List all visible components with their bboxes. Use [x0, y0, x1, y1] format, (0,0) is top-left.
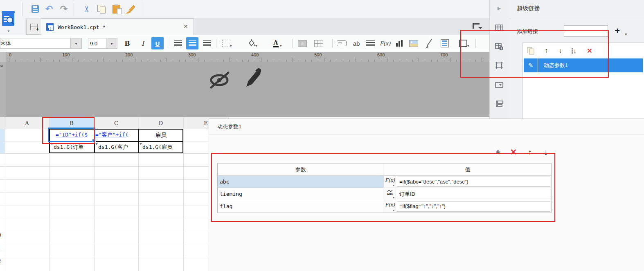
insert-chart-button[interactable]	[394, 37, 406, 49]
column-header-a[interactable]: A	[5, 117, 49, 129]
rich-text-button[interactable]	[364, 37, 376, 49]
insert-image-button[interactable]	[408, 37, 420, 49]
parameter-down-button[interactable]: ↓	[540, 147, 551, 157]
merge-cells-button[interactable]: a	[296, 37, 308, 49]
cell-c1[interactable]: ="客户"+if(	[95, 129, 137, 141]
app-menu-button[interactable]: ▾	[2, 11, 16, 33]
param-value-cell[interactable]: 订单ID	[396, 188, 551, 200]
move-down-button[interactable]: ↓	[555, 46, 565, 55]
row-number[interactable]: 0	[0, 233, 3, 238]
value-type-button[interactable]: F(x) ▾	[384, 200, 396, 213]
finereport-designer-window: ▾ ↶ ↷ ✂ +	[0, 0, 644, 271]
bold-button[interactable]: B	[121, 37, 133, 49]
save-button[interactable]	[29, 2, 42, 16]
ruler-label: 0	[0, 65, 4, 67]
insert-textfield-button[interactable]	[336, 37, 348, 49]
insert-shape-button[interactable]: ▾	[456, 37, 471, 49]
report-canvas[interactable]	[6, 62, 489, 117]
row-number[interactable]: 1	[0, 246, 3, 251]
cut-button[interactable]: ✂	[80, 2, 93, 16]
insert-subreport-button[interactable]	[439, 37, 451, 49]
align-right-button[interactable]	[200, 37, 213, 49]
sheet-corner[interactable]	[0, 117, 5, 129]
delete-parameter-button[interactable]: ✕	[508, 147, 519, 157]
collapse-panel-button[interactable]: ▶	[494, 3, 504, 13]
cell-selection-border	[48, 128, 95, 142]
param-name-cell[interactable]: lieming	[218, 188, 384, 200]
param-name-cell[interactable]: flag	[218, 200, 384, 213]
new-template-button[interactable]: +	[26, 19, 42, 35]
sidebar-item-float-element[interactable]	[494, 60, 504, 70]
tab-workbook1[interactable]: WorkBook1.cpt * ×	[41, 18, 194, 35]
redo-button[interactable]: ↷	[57, 2, 70, 16]
insert-line-button[interactable]	[422, 37, 435, 49]
parameter-table: 参数 值 abc F(x) ▾ =if($abc="desc","asc","d…	[217, 163, 552, 213]
fill-color-button[interactable]: ▾	[244, 37, 259, 49]
column-header-d[interactable]: D	[138, 117, 183, 129]
format-painter-button[interactable]	[124, 2, 137, 16]
param-value-cell[interactable]: =if($flag="↑","↓","↑")	[396, 200, 551, 213]
align-center-icon	[189, 40, 196, 46]
insert-formula-button[interactable]: F(x)	[379, 37, 391, 49]
value-type-button[interactable]: F(x) ▾	[384, 176, 396, 188]
cell-d1[interactable]: 雇员	[140, 129, 182, 141]
ab-text-icon: ab	[353, 40, 360, 47]
add-link-select[interactable]	[564, 25, 608, 37]
ruler-label: 300	[188, 52, 196, 57]
value-type-button[interactable]: ABC ▾	[384, 188, 396, 200]
insert-text-button[interactable]: ab	[350, 37, 363, 49]
cell-b2[interactable]: ds1.G(订单	[51, 141, 93, 153]
cell-c2[interactable]: ds1.G(客户	[95, 141, 137, 153]
square-shape-icon	[459, 40, 467, 47]
font-family-select[interactable]: 宋体 ▾	[0, 38, 82, 49]
tab-close-icon[interactable]: ×	[181, 22, 190, 31]
delete-link-button[interactable]: ✕	[584, 46, 595, 55]
align-center-button[interactable]	[186, 37, 198, 49]
arrow-up-icon: ↑	[528, 148, 532, 157]
cell-d2[interactable]: ds1.G(雇员	[140, 141, 182, 153]
edit-pencil-icon[interactable]: ✎	[524, 58, 538, 72]
chevron-down-icon: ▾	[230, 44, 232, 48]
copy-link-button[interactable]	[525, 46, 536, 55]
param-value-cell[interactable]: =if($abc="desc","asc","desc")	[396, 176, 551, 188]
font-color-button[interactable]: A ▾	[268, 37, 283, 49]
add-parameter-button[interactable]: +	[493, 147, 503, 157]
chevron-down-icon: ▾	[625, 29, 627, 40]
paste-button[interactable]	[110, 2, 123, 16]
row-number[interactable]: 2	[0, 259, 3, 264]
paste-icon	[113, 5, 120, 13]
param-name-cell[interactable]: abc	[218, 176, 384, 188]
collapse-icon: ▶	[498, 6, 501, 11]
sidebar-item-widget[interactable]	[494, 80, 504, 90]
sidebar-item-condition[interactable]	[494, 99, 504, 109]
stacked-blocks-icon	[495, 100, 504, 108]
italic-button[interactable]: I	[137, 37, 149, 49]
sidebar-item-cell-expand[interactable]	[494, 23, 504, 33]
vertical-ruler: 0	[0, 62, 6, 117]
sidebar-item-cell-attributes[interactable]	[494, 42, 504, 52]
column-header-b[interactable]: B	[49, 117, 94, 129]
font-size-select[interactable]: 9.0 ▾	[88, 38, 117, 49]
add-link-button[interactable]: +▾	[611, 25, 624, 36]
fill-handle[interactable]	[92, 139, 96, 143]
chevron-down-icon: ▾	[255, 44, 257, 48]
sort-button[interactable]: ↓	[569, 46, 579, 55]
move-up-button[interactable]: ↑	[541, 46, 552, 55]
float-window-icon[interactable]	[471, 21, 483, 32]
align-left-button[interactable]	[172, 37, 184, 49]
column-header-c[interactable]: C	[94, 117, 138, 129]
parameter-row-abc[interactable]: abc F(x) ▾ =if($abc="desc","asc","desc")	[218, 176, 551, 188]
parameter-row-flag[interactable]: flag F(x) ▾ =if($flag="↑","↓","↑")	[218, 200, 551, 213]
ruler-label: 600	[377, 52, 385, 57]
underline-button[interactable]: U	[151, 37, 164, 49]
borders-button[interactable]: ▾	[219, 37, 233, 49]
hidden-eye-icon	[208, 70, 231, 89]
hyperlink-item-label: 动态参数1	[544, 62, 568, 69]
cell-attributes-icon	[495, 43, 504, 51]
undo-button[interactable]: ↶	[43, 2, 56, 16]
unmerge-cells-button[interactable]	[313, 37, 325, 49]
hyperlink-list-item-selected[interactable]: ✎ 动态参数1	[524, 58, 643, 72]
copy-button[interactable]	[95, 2, 108, 16]
parameter-up-button[interactable]: ↑	[525, 147, 535, 157]
parameter-row-lieming[interactable]: lieming ABC ▾ 订单ID	[218, 188, 551, 200]
